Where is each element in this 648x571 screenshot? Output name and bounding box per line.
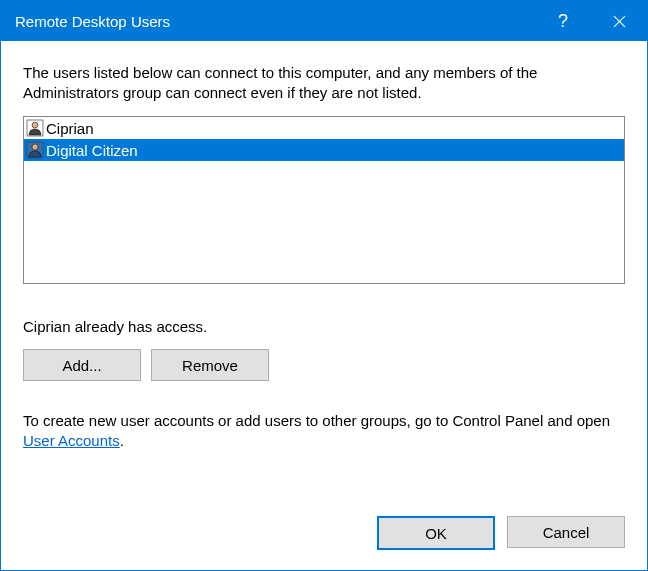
svg-point-3 [32,122,38,128]
cancel-button-label: Cancel [543,524,590,541]
list-item-label: Ciprian [46,120,94,137]
ok-button-label: OK [425,525,447,542]
hint-suffix: . [120,432,124,449]
cancel-button[interactable]: Cancel [507,516,625,548]
user-icon [26,119,44,137]
help-button[interactable]: ? [535,1,591,41]
remove-button-label: Remove [182,357,238,374]
titlebar: Remote Desktop Users ? [1,1,647,41]
user-list[interactable]: Ciprian Digital Citizen [23,116,625,284]
ok-button[interactable]: OK [377,516,495,550]
description-text: The users listed below can connect to th… [23,63,625,102]
list-item[interactable]: Ciprian [24,117,624,139]
list-item[interactable]: Digital Citizen [24,139,624,161]
user-icon [26,141,44,159]
add-button-label: Add... [62,357,101,374]
dialog-content: The users listed below can connect to th… [1,41,647,516]
add-button[interactable]: Add... [23,349,141,381]
help-icon: ? [558,11,568,32]
close-button[interactable] [591,1,647,41]
access-status-text: Ciprian already has access. [23,318,625,335]
hint-text: To create new user accounts or add users… [23,411,625,452]
user-accounts-link[interactable]: User Accounts [23,432,120,449]
list-item-label: Digital Citizen [46,142,138,159]
window-title: Remote Desktop Users [15,13,535,30]
dialog-footer: OK Cancel [1,516,647,570]
close-icon [613,15,626,28]
svg-point-5 [32,144,38,150]
remove-button[interactable]: Remove [151,349,269,381]
button-row: Add... Remove [23,349,625,381]
dialog-window: Remote Desktop Users ? The users listed … [0,0,648,571]
hint-prefix: To create new user accounts or add users… [23,412,610,429]
titlebar-buttons: ? [535,1,647,41]
